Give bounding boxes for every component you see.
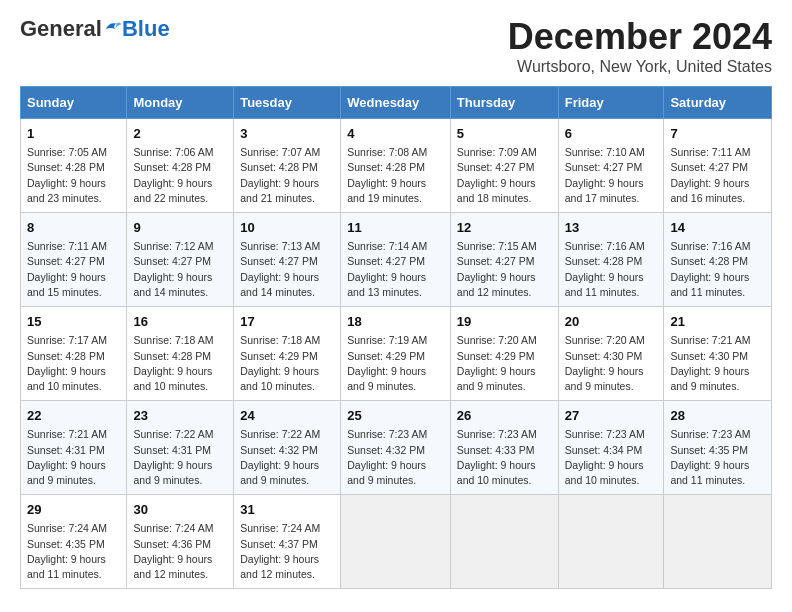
day-info: Sunrise: 7:18 AM Sunset: 4:28 PM Dayligh… (133, 333, 227, 394)
calendar-cell: 22Sunrise: 7:21 AM Sunset: 4:31 PM Dayli… (21, 401, 127, 495)
calendar-cell: 31Sunrise: 7:24 AM Sunset: 4:37 PM Dayli… (234, 495, 341, 589)
day-number: 6 (565, 125, 658, 143)
day-info: Sunrise: 7:06 AM Sunset: 4:28 PM Dayligh… (133, 145, 227, 206)
calendar-cell: 29Sunrise: 7:24 AM Sunset: 4:35 PM Dayli… (21, 495, 127, 589)
day-info: Sunrise: 7:16 AM Sunset: 4:28 PM Dayligh… (565, 239, 658, 300)
day-number: 3 (240, 125, 334, 143)
calendar-cell: 28Sunrise: 7:23 AM Sunset: 4:35 PM Dayli… (664, 401, 772, 495)
day-number: 30 (133, 501, 227, 519)
calendar-cell: 12Sunrise: 7:15 AM Sunset: 4:27 PM Dayli… (450, 213, 558, 307)
day-number: 23 (133, 407, 227, 425)
day-number: 22 (27, 407, 120, 425)
day-number: 15 (27, 313, 120, 331)
day-info: Sunrise: 7:11 AM Sunset: 4:27 PM Dayligh… (27, 239, 120, 300)
calendar-cell: 3Sunrise: 7:07 AM Sunset: 4:28 PM Daylig… (234, 119, 341, 213)
day-number: 16 (133, 313, 227, 331)
calendar-cell (664, 495, 772, 589)
calendar-cell: 1Sunrise: 7:05 AM Sunset: 4:28 PM Daylig… (21, 119, 127, 213)
day-info: Sunrise: 7:23 AM Sunset: 4:34 PM Dayligh… (565, 427, 658, 488)
calendar-cell: 27Sunrise: 7:23 AM Sunset: 4:34 PM Dayli… (558, 401, 664, 495)
day-number: 4 (347, 125, 444, 143)
day-number: 11 (347, 219, 444, 237)
day-info: Sunrise: 7:23 AM Sunset: 4:32 PM Dayligh… (347, 427, 444, 488)
weekday-header-thursday: Thursday (450, 87, 558, 119)
day-number: 29 (27, 501, 120, 519)
calendar-cell: 17Sunrise: 7:18 AM Sunset: 4:29 PM Dayli… (234, 307, 341, 401)
calendar-cell: 24Sunrise: 7:22 AM Sunset: 4:32 PM Dayli… (234, 401, 341, 495)
day-number: 5 (457, 125, 552, 143)
day-number: 2 (133, 125, 227, 143)
day-info: Sunrise: 7:09 AM Sunset: 4:27 PM Dayligh… (457, 145, 552, 206)
day-number: 7 (670, 125, 765, 143)
day-number: 27 (565, 407, 658, 425)
calendar-cell: 30Sunrise: 7:24 AM Sunset: 4:36 PM Dayli… (127, 495, 234, 589)
day-info: Sunrise: 7:18 AM Sunset: 4:29 PM Dayligh… (240, 333, 334, 394)
logo-general-text: General (20, 16, 102, 42)
day-number: 25 (347, 407, 444, 425)
calendar-cell: 6Sunrise: 7:10 AM Sunset: 4:27 PM Daylig… (558, 119, 664, 213)
day-info: Sunrise: 7:24 AM Sunset: 4:36 PM Dayligh… (133, 521, 227, 582)
location-title: Wurtsboro, New York, United States (508, 58, 772, 76)
calendar-cell: 25Sunrise: 7:23 AM Sunset: 4:32 PM Dayli… (341, 401, 451, 495)
day-info: Sunrise: 7:24 AM Sunset: 4:35 PM Dayligh… (27, 521, 120, 582)
calendar-cell: 16Sunrise: 7:18 AM Sunset: 4:28 PM Dayli… (127, 307, 234, 401)
day-info: Sunrise: 7:22 AM Sunset: 4:32 PM Dayligh… (240, 427, 334, 488)
week-row-2: 8Sunrise: 7:11 AM Sunset: 4:27 PM Daylig… (21, 213, 772, 307)
calendar-cell: 15Sunrise: 7:17 AM Sunset: 4:28 PM Dayli… (21, 307, 127, 401)
week-row-5: 29Sunrise: 7:24 AM Sunset: 4:35 PM Dayli… (21, 495, 772, 589)
day-info: Sunrise: 7:07 AM Sunset: 4:28 PM Dayligh… (240, 145, 334, 206)
day-number: 31 (240, 501, 334, 519)
weekday-header-monday: Monday (127, 87, 234, 119)
day-info: Sunrise: 7:20 AM Sunset: 4:29 PM Dayligh… (457, 333, 552, 394)
weekday-header-row: SundayMondayTuesdayWednesdayThursdayFrid… (21, 87, 772, 119)
day-number: 9 (133, 219, 227, 237)
calendar-cell (341, 495, 451, 589)
calendar-cell: 9Sunrise: 7:12 AM Sunset: 4:27 PM Daylig… (127, 213, 234, 307)
day-number: 24 (240, 407, 334, 425)
day-number: 26 (457, 407, 552, 425)
day-info: Sunrise: 7:10 AM Sunset: 4:27 PM Dayligh… (565, 145, 658, 206)
calendar-cell: 20Sunrise: 7:20 AM Sunset: 4:30 PM Dayli… (558, 307, 664, 401)
calendar-cell: 2Sunrise: 7:06 AM Sunset: 4:28 PM Daylig… (127, 119, 234, 213)
calendar-cell: 11Sunrise: 7:14 AM Sunset: 4:27 PM Dayli… (341, 213, 451, 307)
day-number: 18 (347, 313, 444, 331)
day-info: Sunrise: 7:24 AM Sunset: 4:37 PM Dayligh… (240, 521, 334, 582)
header: General Blue December 2024 Wurtsboro, Ne… (20, 16, 772, 76)
logo: General Blue (20, 16, 170, 42)
weekday-header-saturday: Saturday (664, 87, 772, 119)
day-number: 10 (240, 219, 334, 237)
day-info: Sunrise: 7:23 AM Sunset: 4:33 PM Dayligh… (457, 427, 552, 488)
day-number: 8 (27, 219, 120, 237)
day-info: Sunrise: 7:13 AM Sunset: 4:27 PM Dayligh… (240, 239, 334, 300)
calendar-cell: 18Sunrise: 7:19 AM Sunset: 4:29 PM Dayli… (341, 307, 451, 401)
day-number: 12 (457, 219, 552, 237)
calendar-cell (558, 495, 664, 589)
day-info: Sunrise: 7:21 AM Sunset: 4:30 PM Dayligh… (670, 333, 765, 394)
calendar-cell: 26Sunrise: 7:23 AM Sunset: 4:33 PM Dayli… (450, 401, 558, 495)
calendar-cell (450, 495, 558, 589)
day-number: 1 (27, 125, 120, 143)
calendar-cell: 8Sunrise: 7:11 AM Sunset: 4:27 PM Daylig… (21, 213, 127, 307)
weekday-header-friday: Friday (558, 87, 664, 119)
day-info: Sunrise: 7:11 AM Sunset: 4:27 PM Dayligh… (670, 145, 765, 206)
day-info: Sunrise: 7:14 AM Sunset: 4:27 PM Dayligh… (347, 239, 444, 300)
day-number: 13 (565, 219, 658, 237)
day-info: Sunrise: 7:12 AM Sunset: 4:27 PM Dayligh… (133, 239, 227, 300)
day-number: 14 (670, 219, 765, 237)
weekday-header-wednesday: Wednesday (341, 87, 451, 119)
day-number: 20 (565, 313, 658, 331)
calendar-cell: 21Sunrise: 7:21 AM Sunset: 4:30 PM Dayli… (664, 307, 772, 401)
calendar-cell: 14Sunrise: 7:16 AM Sunset: 4:28 PM Dayli… (664, 213, 772, 307)
calendar-cell: 19Sunrise: 7:20 AM Sunset: 4:29 PM Dayli… (450, 307, 558, 401)
month-title: December 2024 (508, 16, 772, 58)
day-info: Sunrise: 7:15 AM Sunset: 4:27 PM Dayligh… (457, 239, 552, 300)
day-number: 17 (240, 313, 334, 331)
day-info: Sunrise: 7:20 AM Sunset: 4:30 PM Dayligh… (565, 333, 658, 394)
weekday-header-tuesday: Tuesday (234, 87, 341, 119)
day-info: Sunrise: 7:22 AM Sunset: 4:31 PM Dayligh… (133, 427, 227, 488)
logo-bird-icon (104, 20, 122, 38)
calendar-cell: 23Sunrise: 7:22 AM Sunset: 4:31 PM Dayli… (127, 401, 234, 495)
weekday-header-sunday: Sunday (21, 87, 127, 119)
calendar-cell: 5Sunrise: 7:09 AM Sunset: 4:27 PM Daylig… (450, 119, 558, 213)
day-info: Sunrise: 7:23 AM Sunset: 4:35 PM Dayligh… (670, 427, 765, 488)
